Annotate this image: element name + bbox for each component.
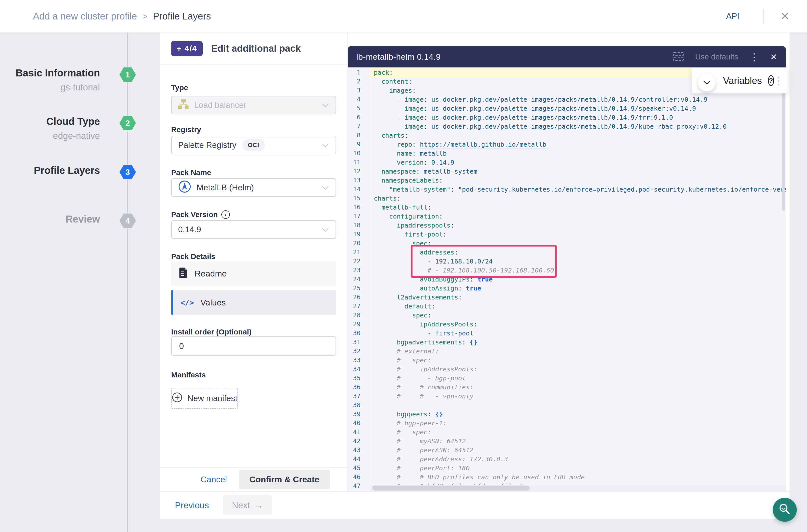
- editor-header: lb-metallb-helm 0.14.9 Use defaults ⋮ ✕: [348, 46, 786, 68]
- info-icon[interactable]: i: [221, 210, 230, 219]
- code-lines: 1pack:2 content:3 images:4 - image: us-d…: [348, 68, 786, 491]
- type-select[interactable]: Load balancer: [171, 96, 336, 114]
- line-number: 38: [348, 401, 370, 410]
- code-line: 8 charts:: [348, 131, 786, 140]
- code-line: 15charts:: [348, 194, 786, 203]
- next-label: Next: [232, 500, 250, 510]
- code-text: # peerAddress: 172.30.0.3: [370, 455, 786, 463]
- pack-version-select[interactable]: 0.14.9: [171, 220, 336, 239]
- code-line: 37 # # - vpn-only: [348, 392, 786, 401]
- code-line: 23 # - 192.168.100.50-192.168.100.60: [348, 266, 786, 275]
- code-line: 19 first-pool:: [348, 230, 786, 239]
- line-number: 7: [348, 122, 370, 131]
- line-number: 18: [348, 221, 370, 230]
- step-number-badge: 1: [119, 68, 136, 82]
- code-text: bgppeers: {}: [370, 410, 786, 419]
- code-text: avoidBuggyIPs: true: [370, 275, 786, 284]
- line-number: 47: [348, 481, 370, 491]
- line-number: 26: [348, 293, 370, 302]
- install-order-input[interactable]: 0: [171, 336, 336, 356]
- pack-edit-form: + 4/4 Edit additional pack Type Load bal…: [160, 33, 348, 491]
- topbar-actions: API ✕: [726, 9, 789, 23]
- step-title: Basic Information: [10, 68, 100, 79]
- breadcrumb: Add a new cluster profile > Profile Laye…: [33, 11, 211, 22]
- manifests-label: Manifests: [171, 370, 336, 379]
- code-line: 6 - image: us-docker.pkg.dev/palette-ima…: [348, 113, 786, 122]
- search-fab[interactable]: [773, 498, 797, 522]
- api-link[interactable]: API: [726, 12, 739, 21]
- variables-label: Variables: [723, 75, 762, 86]
- code-text: # bgp-peer-1:: [370, 419, 786, 428]
- editor-close-icon[interactable]: ✕: [770, 53, 777, 61]
- diff-view-icon[interactable]: [673, 52, 684, 62]
- line-number: 2: [348, 77, 370, 86]
- code-line: 24 avoidBuggyIPs: true: [348, 275, 786, 284]
- code-line: 29 ipAddressPools:: [348, 320, 786, 329]
- horizontal-scrollbar[interactable]: [372, 486, 530, 491]
- line-number: 34: [348, 365, 370, 374]
- code-line: 39 bgppeers: {}: [348, 410, 786, 419]
- line-number: 17: [348, 212, 370, 221]
- breadcrumb-parent[interactable]: Add a new cluster profile: [33, 11, 137, 22]
- code-text: # - 192.168.100.50-192.168.100.60: [370, 266, 786, 275]
- kebab-menu-icon[interactable]: ⋮: [749, 52, 759, 62]
- variables-collapse-button[interactable]: [698, 74, 716, 91]
- code-text: first-pool:: [370, 230, 786, 239]
- line-number: 37: [348, 392, 370, 401]
- form-title: Edit additional pack: [211, 43, 301, 54]
- registry-label: Registry: [171, 126, 336, 134]
- line-number: 43: [348, 445, 370, 455]
- form-footer: Cancel Confirm & Create: [160, 467, 347, 491]
- code-text: # ipAddressPools:: [370, 365, 786, 374]
- code-text: # spec:: [370, 428, 786, 437]
- readme-tab[interactable]: Readme: [171, 261, 336, 286]
- next-button[interactable]: Next →: [223, 495, 272, 515]
- code-line: 9 - repo: https://metallb.github.io/meta…: [348, 140, 786, 149]
- line-number: 44: [348, 455, 370, 463]
- line-number: 20: [348, 239, 370, 248]
- code-line: 10 name: metallb: [348, 149, 786, 158]
- code-line: 42 # myASN: 64512: [348, 437, 786, 445]
- code-text: # - bgp-pool: [370, 374, 786, 383]
- code-text: # myASN: 64512: [370, 437, 786, 445]
- line-number: 45: [348, 463, 370, 473]
- line-number: 11: [348, 158, 370, 167]
- line-number: 21: [348, 248, 370, 257]
- line-number: 27: [348, 302, 370, 311]
- code-line: 22 - 192.168.10.0/24: [348, 257, 786, 266]
- code-area[interactable]: 1pack:2 content:3 images:4 - image: us-d…: [348, 68, 786, 491]
- pack-name-select[interactable]: MetalLB (Helm): [171, 178, 336, 197]
- code-line: 28 spec:: [348, 311, 786, 320]
- confirm-create-button[interactable]: Confirm & Create: [239, 470, 330, 489]
- code-line: 45 # peerPort: 180: [348, 463, 786, 473]
- pack-version-label-text: Pack Version: [171, 210, 218, 219]
- top-header: Add a new cluster profile > Profile Laye…: [0, 0, 807, 33]
- arrow-right-icon: →: [254, 500, 263, 510]
- metallb-logo-icon: [178, 180, 191, 195]
- step-title: Review: [10, 213, 100, 225]
- code-text: "metallb-system": "pod-security.kubernet…: [370, 185, 786, 194]
- code-line: 43 # peerASN: 64512: [348, 445, 786, 455]
- use-defaults-button[interactable]: Use defaults: [695, 53, 738, 61]
- new-manifest-button[interactable]: New manifest: [171, 388, 238, 409]
- previous-button[interactable]: Previous: [175, 500, 209, 510]
- code-text: - image: us-docker.pkg.dev/palette-image…: [370, 113, 786, 122]
- variables-kebab-icon[interactable]: ⋮: [774, 75, 784, 86]
- pack-version-label: Pack Version i: [171, 210, 336, 219]
- line-number: 28: [348, 311, 370, 320]
- load-balancer-icon: [178, 99, 189, 111]
- cancel-button[interactable]: Cancel: [201, 475, 227, 484]
- registry-value: Palette Registry: [178, 140, 236, 150]
- line-number: 15: [348, 194, 370, 203]
- registry-select[interactable]: Palette Registry OCI: [171, 136, 336, 154]
- oci-tag: OCI: [242, 139, 265, 151]
- values-tab[interactable]: </> Values: [171, 290, 336, 315]
- editor-title: lb-metallb-helm 0.14.9: [356, 52, 441, 62]
- code-line: 4 - image: us-docker.pkg.dev/palette-ima…: [348, 95, 786, 104]
- document-icon: [179, 267, 188, 280]
- chevron-down-icon: [322, 183, 329, 192]
- line-number: 3: [348, 86, 370, 95]
- close-icon[interactable]: ✕: [780, 11, 789, 22]
- help-icon[interactable]: ?: [768, 75, 774, 86]
- chevron-down-icon: [322, 140, 329, 150]
